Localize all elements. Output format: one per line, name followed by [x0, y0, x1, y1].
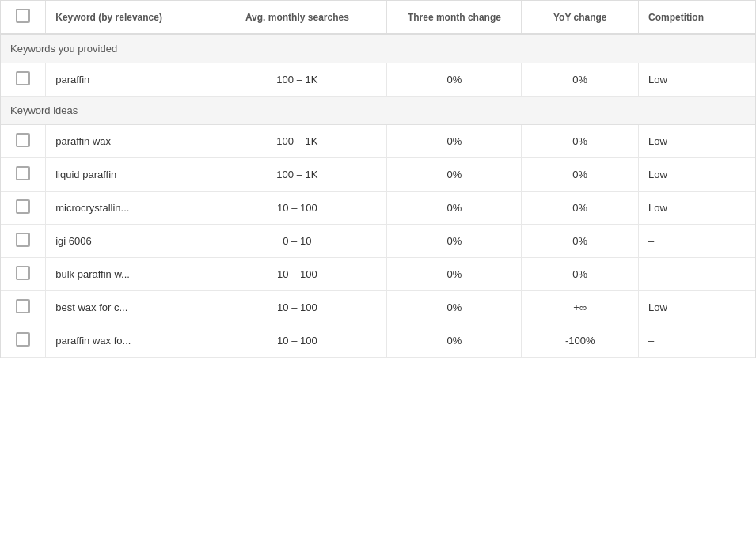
avg-monthly-cell: 100 – 1K	[207, 63, 387, 97]
row-checkbox[interactable]	[16, 233, 30, 247]
competition-cell: Low	[638, 63, 755, 97]
table-row: microcrystallin...10 – 1000%0%Low	[1, 192, 755, 225]
row-checkbox[interactable]	[16, 133, 30, 147]
row-checkbox-cell[interactable]	[1, 324, 46, 358]
three-month-cell: 0%	[387, 192, 522, 225]
yoy-cell: 0%	[522, 192, 638, 225]
competition-cell: –	[638, 258, 755, 291]
table-row: paraffin wax100 – 1K0%0%Low	[1, 125, 755, 158]
row-checkbox-cell[interactable]	[1, 192, 46, 225]
table-row: igi 60060 – 100%0%–	[1, 225, 755, 258]
competition-cell: –	[638, 324, 755, 358]
section-header-label: Keyword ideas	[1, 97, 755, 125]
section-header-label: Keywords you provided	[1, 34, 755, 63]
competition-cell: Low	[638, 125, 755, 158]
keyword-cell: best wax for c...	[46, 291, 207, 324]
avg-monthly-cell: 10 – 100	[207, 291, 387, 324]
table-row: liquid paraffin100 – 1K0%0%Low	[1, 158, 755, 192]
yoy-cell: 0%	[522, 225, 638, 258]
table-row: best wax for c...10 – 1000%+∞Low	[1, 291, 755, 324]
row-checkbox-cell[interactable]	[1, 291, 46, 324]
row-checkbox-cell[interactable]	[1, 158, 46, 192]
select-all-checkbox[interactable]	[16, 9, 30, 23]
keyword-table: Keyword (by relevance) Avg. monthly sear…	[0, 0, 756, 358]
yoy-cell: 0%	[522, 63, 638, 97]
competition-col-header: Competition	[638, 1, 755, 34]
row-checkbox[interactable]	[16, 166, 30, 180]
keyword-cell: bulk paraffin w...	[46, 258, 207, 291]
keyword-cell: paraffin wax fo...	[46, 324, 207, 358]
keyword-cell: igi 6006	[46, 225, 207, 258]
competition-cell: Low	[638, 158, 755, 192]
row-checkbox-cell[interactable]	[1, 225, 46, 258]
yoy-cell: -100%	[522, 324, 638, 358]
yoy-cell: +∞	[522, 291, 638, 324]
table-row: paraffin wax fo...10 – 1000%-100%–	[1, 324, 755, 358]
table-header-row: Keyword (by relevance) Avg. monthly sear…	[1, 1, 755, 34]
yoy-col-header: YoY change	[522, 1, 638, 34]
table-row: paraffin100 – 1K0%0%Low	[1, 63, 755, 97]
keyword-col-header: Keyword (by relevance)	[46, 1, 207, 34]
three-month-cell: 0%	[387, 125, 522, 158]
three-month-cell: 0%	[387, 158, 522, 192]
three-month-cell: 0%	[387, 225, 522, 258]
row-checkbox-cell[interactable]	[1, 63, 46, 97]
avg-monthly-cell: 100 – 1K	[207, 125, 387, 158]
row-checkbox[interactable]	[16, 199, 30, 214]
avg-monthly-cell: 10 – 100	[207, 258, 387, 291]
row-checkbox[interactable]	[16, 299, 30, 313]
three-month-cell: 0%	[387, 63, 522, 97]
three-month-cell: 0%	[387, 324, 522, 358]
competition-cell: Low	[638, 291, 755, 324]
three-month-cell: 0%	[387, 258, 522, 291]
avg-monthly-col-header: Avg. monthly searches	[207, 1, 387, 34]
competition-cell: Low	[638, 192, 755, 225]
keyword-cell: paraffin wax	[46, 125, 207, 158]
row-checkbox-cell[interactable]	[1, 125, 46, 158]
three-month-col-header: Three month change	[387, 1, 522, 34]
section-header-row: Keywords you provided	[1, 34, 755, 63]
avg-monthly-cell: 100 – 1K	[207, 158, 387, 192]
avg-monthly-cell: 10 – 100	[207, 324, 387, 358]
competition-cell: –	[638, 225, 755, 258]
yoy-cell: 0%	[522, 125, 638, 158]
section-header-row: Keyword ideas	[1, 97, 755, 125]
row-checkbox[interactable]	[16, 332, 30, 347]
select-all-header[interactable]	[1, 1, 46, 34]
row-checkbox[interactable]	[16, 266, 30, 280]
three-month-cell: 0%	[387, 291, 522, 324]
row-checkbox-cell[interactable]	[1, 258, 46, 291]
avg-monthly-cell: 10 – 100	[207, 192, 387, 225]
keyword-cell: microcrystallin...	[46, 192, 207, 225]
keyword-cell: paraffin	[46, 63, 207, 97]
table-row: bulk paraffin w...10 – 1000%0%–	[1, 258, 755, 291]
yoy-cell: 0%	[522, 258, 638, 291]
avg-monthly-cell: 0 – 10	[207, 225, 387, 258]
row-checkbox[interactable]	[16, 71, 30, 85]
keyword-cell: liquid paraffin	[46, 158, 207, 192]
yoy-cell: 0%	[522, 158, 638, 192]
